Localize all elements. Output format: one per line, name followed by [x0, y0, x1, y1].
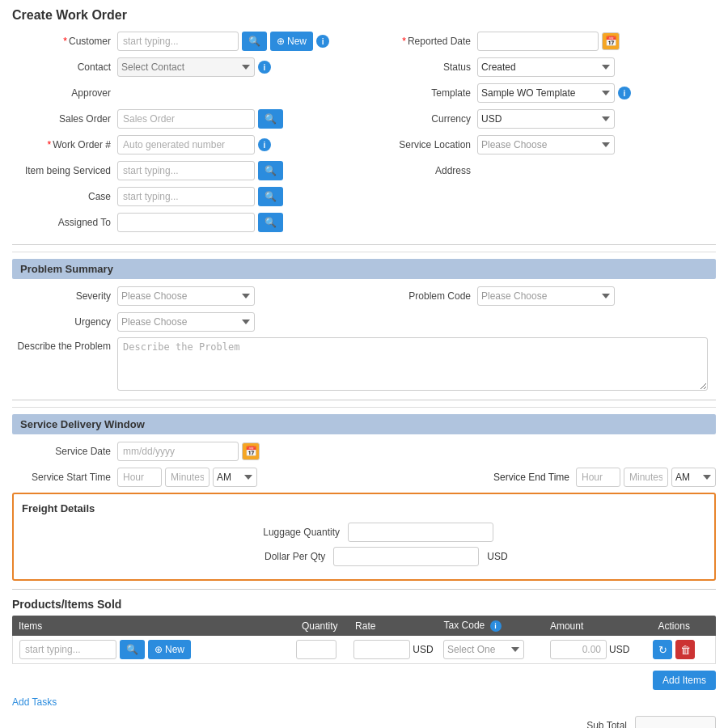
- template-info-icon[interactable]: i: [618, 87, 631, 99]
- dollar-per-qty-input[interactable]: [333, 547, 479, 566]
- product-new-button[interactable]: ⊕ New: [148, 640, 191, 659]
- products-add-row: 🔍 ⊕ New USD Select One US: [12, 636, 716, 664]
- copy-product-button[interactable]: ↻: [653, 640, 672, 659]
- amount-input[interactable]: [550, 640, 607, 659]
- search-icon: 🔍: [248, 36, 260, 47]
- end-ampm-select[interactable]: AM PM: [671, 468, 716, 487]
- status-label: Status: [372, 61, 477, 73]
- add-tasks-link[interactable]: Add Tasks: [12, 696, 716, 708]
- sub-total-label: Sub Total: [514, 720, 627, 728]
- luggage-qty-input[interactable]: [348, 523, 493, 542]
- template-label: Template: [372, 87, 477, 99]
- plus-icon: ⊕: [277, 36, 285, 47]
- work-order-input[interactable]: [117, 135, 255, 154]
- sales-order-label: Sales Order: [12, 113, 117, 125]
- case-input[interactable]: [117, 187, 255, 206]
- service-date-input[interactable]: [117, 442, 239, 461]
- service-end-time-label: Service End Time: [493, 472, 576, 483]
- calendar-icon[interactable]: 📅: [602, 32, 620, 50]
- search-icon: 🔍: [126, 644, 138, 655]
- reported-date-input[interactable]: 05/22/2013: [477, 32, 599, 51]
- sub-total-value: 0.00: [635, 716, 716, 728]
- case-search-button[interactable]: 🔍: [258, 187, 283, 206]
- start-ampm-select[interactable]: AM PM: [213, 468, 257, 487]
- assigned-to-search-button[interactable]: 🔍: [258, 213, 283, 232]
- service-location-label: Service Location: [372, 139, 477, 150]
- freight-usd-label: USD: [487, 551, 507, 562]
- contact-info-icon[interactable]: i: [258, 61, 271, 74]
- work-order-label: Work Order #: [12, 139, 117, 150]
- currency-select[interactable]: USD: [477, 109, 615, 129]
- col-items-header: Items: [19, 620, 284, 632]
- reported-date-label: Reported Date: [372, 36, 477, 47]
- problem-code-select[interactable]: Please Choose: [477, 286, 615, 306]
- products-table-header: Items Quantity Rate Tax Code i Amount Ac…: [12, 616, 716, 636]
- rate-usd-label: USD: [413, 644, 433, 655]
- rate-input[interactable]: [353, 640, 410, 659]
- service-start-time-label: Service Start Time: [12, 472, 117, 483]
- products-title: Products/Items Sold: [12, 598, 716, 611]
- service-location-select[interactable]: Please Choose: [477, 135, 615, 154]
- describe-textarea[interactable]: [117, 337, 708, 391]
- problem-summary-header: Problem Summary: [12, 259, 716, 279]
- col-taxcode-header: Tax Code i: [444, 620, 550, 632]
- assigned-to-input[interactable]: Sofia Meyer: [117, 213, 255, 232]
- sales-order-search-button[interactable]: 🔍: [258, 109, 283, 129]
- customer-input[interactable]: [117, 32, 239, 51]
- currency-label: Currency: [372, 113, 477, 125]
- search-icon: 🔍: [265, 165, 277, 176]
- start-hour-input[interactable]: [117, 468, 162, 487]
- severity-label: Severity: [12, 290, 117, 302]
- urgency-label: Urgency: [12, 316, 117, 328]
- col-actions-header: Actions: [638, 620, 709, 632]
- dollar-per-qty-label: Dollar Per Qty: [220, 551, 325, 562]
- problem-code-label: Problem Code: [372, 290, 477, 302]
- delete-product-button[interactable]: 🗑: [675, 640, 695, 659]
- end-minutes-input[interactable]: [624, 468, 668, 487]
- customer-info-icon[interactable]: i: [316, 35, 329, 48]
- service-date-label: Service Date: [12, 446, 117, 457]
- col-amount-header: Amount: [550, 620, 638, 632]
- describe-label: Describe the Problem: [12, 337, 117, 352]
- product-search-button[interactable]: 🔍: [120, 640, 145, 659]
- template-select[interactable]: Sample WO Template: [477, 83, 615, 103]
- luggage-qty-label: Luggage Quantity: [235, 527, 340, 538]
- work-order-info-icon[interactable]: i: [258, 138, 271, 151]
- address-label: Address: [372, 165, 477, 176]
- severity-select[interactable]: Please Choose: [117, 286, 255, 306]
- customer-label: Customer: [12, 36, 117, 47]
- add-items-button[interactable]: Add Items: [653, 671, 716, 690]
- item-serviced-label: Item being Serviced: [12, 165, 117, 176]
- case-label: Case: [12, 191, 117, 202]
- tax-code-select[interactable]: Select One: [443, 640, 524, 659]
- item-serviced-search-button[interactable]: 🔍: [258, 161, 283, 180]
- service-delivery-header: Service Delivery Window: [12, 414, 716, 434]
- search-icon: 🔍: [265, 191, 277, 202]
- quantity-input[interactable]: [296, 640, 336, 659]
- freight-title: Freight Details: [22, 502, 706, 514]
- approver-label: Approver: [12, 87, 117, 99]
- customer-search-button[interactable]: 🔍: [242, 32, 267, 51]
- end-hour-input[interactable]: [576, 468, 620, 487]
- sales-order-input[interactable]: [117, 109, 255, 129]
- col-qty-header: Quantity: [284, 620, 355, 632]
- urgency-select[interactable]: Please Choose: [117, 312, 255, 332]
- product-search-input[interactable]: [19, 640, 116, 659]
- search-icon: 🔍: [265, 217, 277, 228]
- status-select[interactable]: Created: [477, 57, 615, 77]
- item-serviced-input[interactable]: [117, 161, 255, 180]
- col-rate-header: Rate: [355, 620, 443, 632]
- amount-usd-label: USD: [609, 644, 629, 655]
- service-date-calendar-icon[interactable]: 📅: [242, 442, 260, 460]
- start-minutes-input[interactable]: [165, 468, 210, 487]
- taxcode-info-icon[interactable]: i: [490, 620, 502, 632]
- plus-icon: ⊕: [154, 644, 163, 655]
- search-icon: 🔍: [265, 113, 277, 125]
- page-title: Create Work Order: [12, 8, 716, 23]
- contact-label: Contact: [12, 61, 117, 73]
- contact-select[interactable]: Select Contact: [117, 57, 255, 77]
- assigned-to-label: Assigned To: [12, 217, 117, 228]
- customer-new-button[interactable]: ⊕ New: [270, 32, 313, 51]
